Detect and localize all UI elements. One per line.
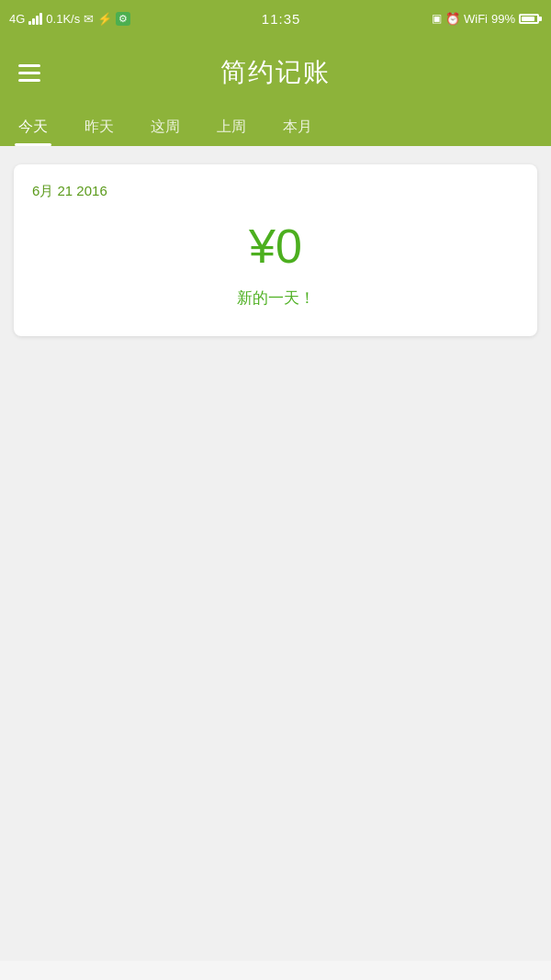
tab-yesterday[interactable]: 昨天 xyxy=(66,108,132,146)
summary-card: 6月 21 2016 ¥0 新的一天！ xyxy=(14,164,537,336)
status-left: 4G 0.1K/s ✉ ⚡ ⚙ xyxy=(9,12,130,26)
battery-icon xyxy=(519,14,542,24)
tab-last-week[interactable]: 上周 xyxy=(198,108,264,146)
app-title: 简约记账 xyxy=(40,55,511,90)
network-type: 4G xyxy=(9,12,25,26)
battery-percent: 99% xyxy=(491,12,515,26)
card-message: 新的一天！ xyxy=(32,287,519,309)
main-content: 6月 21 2016 ¥0 新的一天！ xyxy=(0,146,551,961)
signal-bars xyxy=(28,12,42,25)
card-amount: ¥0 xyxy=(32,219,519,274)
wifi-icon: WiFi xyxy=(464,12,488,26)
tab-this-month[interactable]: 本月 xyxy=(264,108,331,146)
status-time: 11:35 xyxy=(262,11,301,27)
tab-this-week[interactable]: 这周 xyxy=(132,108,198,146)
hamburger-menu[interactable] xyxy=(18,64,40,82)
data-speed: 0.1K/s xyxy=(46,12,80,26)
tab-today[interactable]: 今天 xyxy=(0,108,66,146)
alarm-icon: ⏰ xyxy=(445,12,460,26)
sim-icon: ▣ xyxy=(432,12,442,25)
header-top: 简约记账 xyxy=(0,55,551,108)
status-bar: 4G 0.1K/s ✉ ⚡ ⚙ 11:35 ▣ ⏰ WiFi 99% xyxy=(0,0,551,37)
status-right: ▣ ⏰ WiFi 99% xyxy=(432,12,542,26)
usb-debug-icon: ⚙ xyxy=(116,12,130,26)
card-date: 6月 21 2016 xyxy=(32,183,519,200)
message-icon: ✉ xyxy=(84,12,94,26)
header: 简约记账 今天 昨天 这周 上周 本月 xyxy=(0,37,551,146)
usb-icon: ⚡ xyxy=(97,12,112,26)
tabs-bar: 今天 昨天 这周 上周 本月 xyxy=(0,108,551,146)
